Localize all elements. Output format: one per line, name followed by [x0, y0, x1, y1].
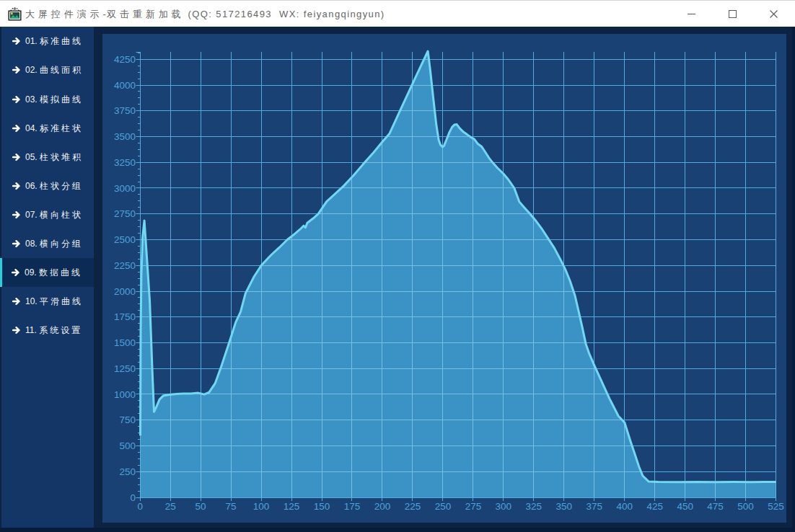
svg-text:3500: 3500	[114, 131, 136, 142]
svg-text:200: 200	[374, 501, 391, 512]
svg-text:2750: 2750	[114, 208, 136, 219]
svg-text:100: 100	[253, 501, 270, 512]
svg-text:4000: 4000	[114, 80, 136, 91]
svg-text:300: 300	[496, 501, 512, 512]
svg-text:375: 375	[587, 501, 603, 512]
svg-text:275: 275	[465, 501, 482, 512]
svg-text:2250: 2250	[114, 260, 136, 271]
svg-text:150: 150	[314, 501, 330, 512]
svg-text:75: 75	[226, 501, 237, 512]
svg-text:225: 225	[405, 501, 421, 512]
svg-text:500: 500	[119, 440, 136, 451]
svg-text:1250: 1250	[114, 363, 136, 374]
svg-text:0: 0	[130, 492, 136, 503]
svg-text:1000: 1000	[114, 389, 136, 400]
svg-text:50: 50	[196, 501, 206, 512]
svg-text:525: 525	[768, 501, 784, 512]
svg-text:2000: 2000	[114, 286, 136, 297]
svg-text:425: 425	[646, 501, 663, 512]
svg-text:3000: 3000	[114, 183, 136, 194]
svg-text:0: 0	[137, 501, 143, 512]
svg-text:25: 25	[165, 501, 176, 512]
svg-text:2500: 2500	[114, 234, 136, 245]
svg-text:125: 125	[284, 501, 300, 512]
svg-text:325: 325	[526, 501, 543, 512]
svg-text:350: 350	[556, 501, 573, 512]
svg-text:3750: 3750	[114, 105, 136, 116]
svg-text:1500: 1500	[114, 337, 136, 348]
svg-text:175: 175	[344, 501, 361, 512]
svg-text:250: 250	[119, 466, 136, 477]
svg-text:1750: 1750	[114, 311, 136, 322]
svg-text:3250: 3250	[114, 157, 136, 168]
svg-text:475: 475	[707, 501, 724, 512]
svg-text:750: 750	[119, 414, 136, 425]
svg-text:450: 450	[677, 501, 693, 512]
svg-text:250: 250	[435, 501, 452, 512]
svg-text:4250: 4250	[114, 54, 136, 65]
svg-text:400: 400	[616, 501, 633, 512]
svg-text:500: 500	[737, 501, 754, 512]
